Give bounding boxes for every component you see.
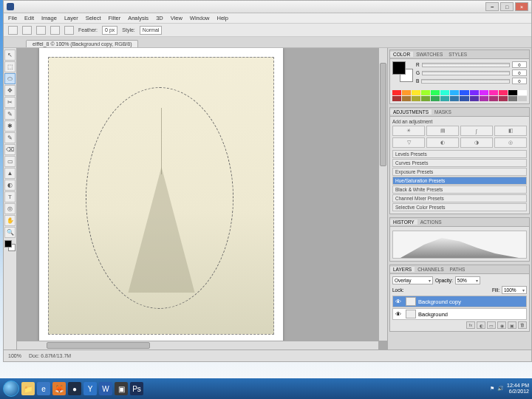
color-fg-bg[interactable] (392, 61, 413, 82)
swatch[interactable] (499, 90, 508, 95)
tab-layers[interactable]: LAYERS (390, 267, 415, 272)
menu-analysis[interactable]: Analysis (128, 15, 149, 21)
swatch[interactable] (489, 90, 498, 95)
r-value[interactable]: 0 (512, 61, 527, 68)
adjustment-preset[interactable]: Selective Color Presets (392, 203, 527, 211)
menu-window[interactable]: Window (190, 15, 210, 21)
layer-adjust-button[interactable]: ▭ (487, 321, 496, 329)
adjustment-preset[interactable]: Black & White Presets (392, 185, 527, 194)
canvas-scrollbar-vertical[interactable] (378, 48, 387, 341)
layer-mask-button[interactable]: ◐ (477, 321, 485, 329)
layer-new-button[interactable]: ▣ (508, 321, 516, 329)
swatch[interactable] (470, 90, 479, 95)
menu-layer[interactable]: Layer (64, 15, 78, 21)
swatch[interactable] (402, 90, 411, 95)
taskbar-app-icon[interactable]: e (37, 382, 50, 395)
swatch[interactable] (518, 96, 527, 101)
adjustment-preset[interactable]: Curves Presets (392, 159, 527, 167)
layer-group-button[interactable]: ◉ (497, 321, 506, 329)
taskbar-app-icon[interactable]: 🦊 (52, 382, 66, 395)
opacity-input[interactable]: 50% (455, 276, 480, 284)
swatch[interactable] (440, 96, 449, 101)
maximize-button[interactable]: □ (500, 2, 514, 11)
system-tray[interactable]: ⚑ 🔊 12:44 PM 6/2/2012 (490, 383, 529, 394)
style-dropdown[interactable]: Normal (140, 26, 163, 35)
tool-preset-icon[interactable] (8, 26, 18, 35)
swatch[interactable] (431, 96, 440, 101)
b-slider[interactable] (421, 79, 510, 83)
tab-masks[interactable]: MASKS (432, 109, 454, 115)
tab-actions[interactable]: ACTIONS (417, 219, 445, 225)
move-tool[interactable]: ↖ (4, 50, 16, 61)
layer-row[interactable]: 👁Background copy (392, 296, 527, 307)
scrollbar-thumb[interactable] (47, 342, 150, 349)
marquee-mode-new-icon[interactable] (22, 26, 32, 35)
visibility-icon[interactable]: 👁 (393, 299, 403, 305)
adj-icon-bw[interactable]: ◑ (460, 137, 493, 148)
taskbar-app-icon[interactable]: W (99, 382, 112, 395)
rect-marquee-tool[interactable]: ⬚ (4, 61, 16, 72)
zoom-tool[interactable]: 🔍 (4, 227, 16, 238)
start-button[interactable] (3, 381, 19, 397)
swatch[interactable] (450, 90, 459, 95)
hand-tool[interactable]: ✋ (4, 215, 16, 226)
menu-filter[interactable]: Filter (109, 15, 121, 21)
menu-3d[interactable]: 3D (156, 15, 163, 21)
menu-image[interactable]: Image (41, 15, 57, 21)
tab-history[interactable]: HISTORY (390, 219, 417, 225)
marquee-mode-sub-icon[interactable] (50, 26, 60, 35)
close-button[interactable]: × (515, 2, 528, 11)
pencil-tool[interactable]: ✎ (4, 132, 16, 143)
swatch[interactable] (480, 90, 488, 95)
g-value[interactable]: 0 (512, 69, 527, 76)
visibility-icon[interactable]: 👁 (393, 311, 403, 318)
taskbar-app-icon[interactable]: Ps (130, 382, 143, 395)
adj-icon-levels[interactable]: ▤ (426, 126, 459, 136)
taskbar-app-icon[interactable]: ● (68, 382, 81, 395)
adj-icon-vibrance[interactable]: ▽ (392, 137, 425, 148)
foreground-color[interactable] (4, 240, 12, 248)
shape-tool[interactable]: ◎ (4, 203, 16, 214)
color-swap[interactable] (4, 240, 16, 251)
menu-select[interactable]: Select (86, 15, 101, 21)
swatch[interactable] (489, 96, 498, 101)
tab-paths[interactable]: PATHS (447, 267, 468, 272)
fill-input[interactable]: 100% (502, 286, 527, 294)
scrollbar-thumb[interactable] (380, 63, 386, 166)
g-slider[interactable] (422, 71, 510, 75)
swatch[interactable] (460, 96, 468, 101)
tab-color[interactable]: COLOR (390, 52, 413, 57)
r-slider[interactable] (422, 63, 510, 67)
taskbar-app-icon[interactable]: 📁 (21, 382, 35, 395)
tab-adjustments[interactable]: ADJUSTMENTS (390, 109, 432, 115)
blend-mode-dropdown[interactable]: Overlay (392, 276, 433, 284)
minimize-button[interactable]: ‒ (485, 2, 499, 11)
marquee-mode-add-icon[interactable] (36, 26, 46, 35)
crop-tool[interactable]: ✂ (4, 97, 16, 108)
layer-fx-button[interactable]: fx (466, 321, 475, 329)
menu-edit[interactable]: Edit (24, 15, 34, 21)
feather-input[interactable]: 0 px (102, 26, 117, 35)
b-value[interactable]: 0 (512, 78, 527, 84)
swatch[interactable] (499, 96, 508, 101)
swatch[interactable] (508, 90, 517, 95)
adj-icon-exposure[interactable]: ◧ (494, 126, 527, 136)
eyedropper-tool[interactable]: ✎ (4, 109, 16, 120)
swatch[interactable] (518, 90, 527, 95)
gradient-tool[interactable]: ▭ (4, 156, 16, 167)
adj-icon-photofilter[interactable]: ◎ (494, 137, 527, 148)
dodge-tool[interactable]: ▲ (4, 168, 16, 179)
tray-flag-icon[interactable]: ⚑ (490, 386, 494, 392)
swatch[interactable] (480, 96, 488, 101)
taskbar-app-icon[interactable]: Y (83, 382, 97, 395)
swatch[interactable] (470, 96, 479, 101)
marquee-mode-intersect-icon[interactable] (64, 26, 74, 35)
swatch[interactable] (421, 90, 430, 95)
menu-file[interactable]: File (8, 15, 17, 21)
taskbar-clock[interactable]: 12:44 PM 6/2/2012 (507, 383, 529, 394)
eraser-tool[interactable]: ⌫ (4, 144, 16, 155)
tab-styles[interactable]: STYLES (446, 52, 470, 57)
swatch[interactable] (402, 96, 411, 101)
menu-view[interactable]: View (171, 15, 183, 21)
swatch[interactable] (412, 90, 420, 95)
